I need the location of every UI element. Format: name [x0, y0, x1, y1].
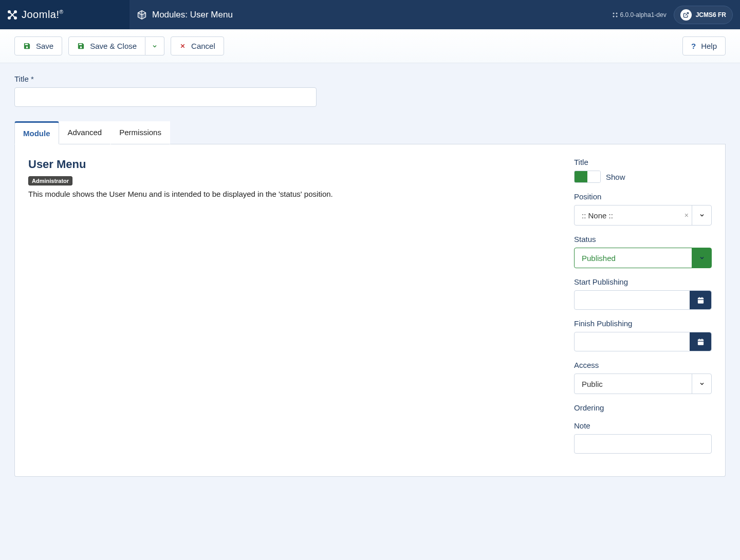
access-select[interactable]: Public: [574, 374, 712, 394]
header: Joomla!® Modules: User Menu 6.0.0-alpha1…: [0, 0, 740, 29]
finish-publishing-label: Finish Publishing: [574, 319, 712, 328]
svg-point-6: [613, 15, 614, 17]
save-icon: [77, 42, 85, 50]
module-description: This module shows the User Menu and is i…: [28, 190, 548, 198]
brand-area[interactable]: Joomla!®: [0, 0, 130, 29]
side-title-label: Title: [574, 158, 712, 166]
note-input[interactable]: [574, 434, 712, 454]
page-title: Modules: User Menu: [152, 10, 233, 20]
chevron-down-icon: [152, 43, 158, 49]
finish-publishing-input[interactable]: [575, 332, 690, 351]
position-select[interactable]: :: None :: ×: [574, 205, 712, 226]
chevron-down-icon[interactable]: [692, 248, 711, 268]
note-label: Note: [574, 421, 712, 430]
title-toggle-label: Show: [606, 173, 625, 181]
toolbar: Save Save & Close Cancel ? Help: [0, 29, 740, 63]
cancel-button[interactable]: Cancel: [171, 36, 224, 55]
svg-rect-15: [697, 339, 703, 345]
status-label: Status: [574, 235, 712, 244]
save-close-button[interactable]: Save & Close: [68, 36, 145, 55]
tabs: Module Advanced Permissions: [14, 121, 726, 144]
brand-text: Joomla!®: [22, 9, 63, 21]
position-label: Position: [574, 192, 712, 201]
position-clear-icon[interactable]: ×: [681, 211, 692, 219]
tab-permissions[interactable]: Permissions: [110, 121, 170, 144]
tab-advanced[interactable]: Advanced: [59, 121, 111, 144]
user-name: JCMS6 FR: [696, 11, 726, 18]
cube-icon: [137, 10, 147, 20]
title-input[interactable]: [14, 87, 317, 107]
version-text: 6.0.0-alpha1-dev: [612, 11, 667, 18]
svg-line-8: [686, 12, 689, 15]
start-publishing-calendar-button[interactable]: [690, 291, 711, 309]
help-icon: ?: [691, 42, 696, 50]
svg-point-7: [616, 15, 617, 17]
chevron-down-icon[interactable]: [692, 374, 711, 394]
title-toggle[interactable]: [574, 171, 601, 183]
calendar-icon: [697, 338, 705, 346]
svg-rect-11: [697, 297, 703, 303]
save-button[interactable]: Save: [14, 36, 62, 55]
help-button[interactable]: ? Help: [682, 36, 726, 55]
save-close-group: Save & Close: [68, 36, 164, 55]
status-select[interactable]: Published: [574, 248, 712, 268]
administrator-badge: Administrator: [28, 176, 72, 185]
save-icon: [23, 42, 31, 50]
external-link-icon: [680, 9, 692, 21]
joomla-logo-icon: [6, 9, 18, 21]
tab-panel: User Menu Administrator This module show…: [14, 144, 726, 477]
joomla-small-icon: [612, 12, 618, 18]
start-publishing-label: Start Publishing: [574, 277, 712, 286]
page-title-area: Modules: User Menu: [130, 10, 612, 20]
title-label: Title *: [14, 74, 726, 83]
finish-publishing-calendar-button[interactable]: [690, 332, 711, 351]
save-close-dropdown-button[interactable]: [145, 36, 164, 55]
module-heading: User Menu: [28, 158, 548, 171]
ordering-label: Ordering: [574, 403, 712, 412]
chevron-down-icon[interactable]: [692, 206, 711, 225]
access-label: Access: [574, 361, 712, 369]
calendar-icon: [697, 296, 705, 304]
svg-point-5: [616, 12, 617, 14]
tab-module[interactable]: Module: [14, 121, 59, 144]
close-icon: [179, 43, 186, 49]
start-publishing-input[interactable]: [575, 291, 690, 309]
user-menu-button[interactable]: JCMS6 FR: [674, 6, 733, 24]
svg-point-4: [613, 12, 614, 14]
